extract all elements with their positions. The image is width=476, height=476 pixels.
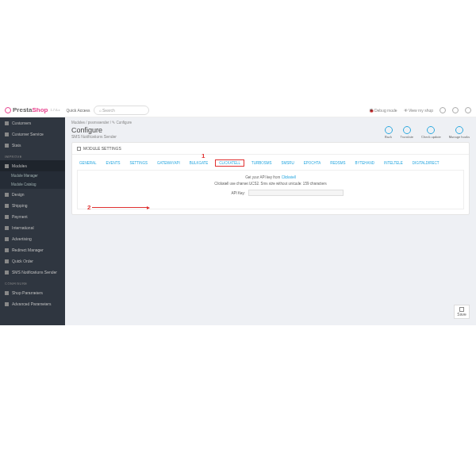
truck-icon — [5, 204, 9, 208]
refresh-icon — [427, 126, 435, 134]
panel-header: MODULE SETTINGS — [72, 143, 469, 155]
check-update-button[interactable]: Check update — [421, 126, 441, 139]
avatar[interactable] — [465, 107, 471, 113]
info-line-2: Clickatell use charset UCS2. Sms size wi… — [83, 182, 459, 186]
sliders-icon — [5, 302, 9, 306]
chart-icon — [5, 144, 9, 148]
info-line-1: Get your API key from Clickatell — [83, 175, 459, 179]
tab-redsms[interactable]: REDSMS — [328, 159, 347, 167]
tab-events[interactable]: EVENTS — [104, 159, 123, 167]
sidebar-item-modules[interactable]: Modules — [0, 160, 65, 171]
bell-icon[interactable] — [440, 107, 446, 113]
sidebar-item-shipping[interactable]: Shipping — [0, 200, 65, 211]
sidebar-item-stats[interactable]: Stats — [0, 140, 65, 151]
tab-inteltele[interactable]: INTELTELE — [382, 159, 405, 167]
annotation-1: 1 — [202, 152, 205, 159]
back-button[interactable]: Back — [385, 126, 393, 139]
sidebar-item-payment[interactable]: Payment — [0, 211, 65, 222]
logo: PrestaShop — [5, 106, 48, 113]
translate-icon — [403, 126, 411, 134]
card-icon — [5, 215, 9, 219]
tab-digitaldirect[interactable]: DIGITALDIRECT — [410, 159, 442, 167]
sidebar-item-redirect[interactable]: Redirect Manager — [0, 244, 65, 255]
api-key-input[interactable] — [248, 190, 344, 196]
bolt-icon — [5, 259, 9, 263]
sidebar-item-adv-params[interactable]: Advanced Parameters — [0, 298, 65, 309]
sidebar-item-quick-order[interactable]: Quick Order — [0, 255, 65, 267]
redirect-icon — [5, 248, 9, 252]
tab-bar: GENERALEVENTSSETTINGSGATEWAYAPIBULKGATEC… — [72, 155, 469, 167]
clickatell-link[interactable]: Clickatell — [282, 175, 296, 179]
tab-clickatell[interactable]: CLICKATELL — [215, 159, 244, 167]
quick-access[interactable]: Quick Access — [66, 108, 90, 113]
version: 1.7.6.x — [50, 108, 60, 112]
page-subtitle: SMS Notifications Sender — [71, 134, 117, 139]
gear-icon — [77, 147, 81, 151]
annotation-2: 2 — [87, 204, 90, 211]
tab-gatewayapi[interactable]: GATEWAYAPI — [155, 159, 182, 167]
sms-icon — [5, 271, 9, 274]
translate-button[interactable]: Translate — [401, 126, 414, 139]
view-shop[interactable]: 👁 View my shop — [404, 108, 433, 113]
anchor-icon — [455, 126, 463, 134]
tab-bulkgate[interactable]: BULKGATE — [187, 159, 211, 167]
sidebar-item-international[interactable]: International — [0, 222, 65, 233]
sidebar-heading-improve: IMPROVE — [0, 151, 65, 160]
back-icon — [385, 126, 393, 134]
annotation-arrow — [92, 207, 148, 208]
sidebar: Customers Customer Service Stats IMPROVE… — [0, 117, 65, 325]
save-button[interactable]: Save — [454, 305, 470, 319]
tab-settings[interactable]: SETTINGS — [128, 159, 151, 167]
sidebar-item-customer-service[interactable]: Customer Service — [0, 129, 65, 140]
page-title: Configure — [71, 126, 117, 134]
topbar-right: 🐞 Debug mode 👁 View my shop — [369, 107, 471, 113]
panel-body: Get your API key from Clickatell Clickat… — [77, 170, 464, 209]
tab-turbosms[interactable]: TURBOSMS — [249, 159, 274, 167]
logo-icon — [5, 107, 11, 113]
sidebar-sub-module-catalog[interactable]: Module Catalog — [0, 180, 65, 189]
settings-panel: MODULE SETTINGS GENERALEVENTSSETTINGSGAT… — [71, 142, 470, 215]
sidebar-item-design[interactable]: Design — [0, 189, 65, 200]
breadcrumb: Modules / pssmssender / ✎ Configure — [71, 121, 470, 125]
sidebar-item-shop-params[interactable]: Shop Parameters — [0, 287, 65, 298]
tab-general[interactable]: GENERAL — [77, 159, 99, 167]
header-actions: Back Translate Check update Manage hooks — [385, 126, 470, 139]
tab-smsru[interactable]: SMSRU — [279, 159, 297, 167]
topbar: PrestaShop 1.7.6.x Quick Access ⌕ Search… — [0, 103, 476, 117]
api-key-label: API Key: — [198, 191, 245, 195]
sidebar-item-advertising[interactable]: Advertising — [0, 233, 65, 244]
tab-bytehand[interactable]: BYTEHAND — [352, 159, 377, 167]
search-icon: ⌕ — [99, 108, 102, 113]
sidebar-item-sms[interactable]: SMS Notifications Sender — [0, 267, 65, 278]
person-icon — [5, 121, 9, 125]
headset-icon — [5, 132, 9, 136]
sidebar-item-customers[interactable]: Customers — [0, 117, 65, 129]
search-input[interactable]: ⌕ Search — [94, 106, 149, 115]
brush-icon — [5, 193, 9, 197]
gear-icon — [5, 291, 9, 295]
cart-icon[interactable] — [452, 107, 459, 113]
puzzle-icon — [5, 164, 9, 168]
manage-hooks-button[interactable]: Manage hooks — [449, 126, 470, 139]
main: Modules / pssmssender / ✎ Configure Conf… — [65, 117, 476, 325]
sidebar-heading-configure: CONFIGURE — [0, 278, 65, 287]
debug-mode[interactable]: 🐞 Debug mode — [369, 108, 397, 113]
tab-epochta[interactable]: EPOCHTA — [301, 159, 323, 167]
globe-icon — [5, 226, 9, 230]
megaphone-icon — [5, 237, 9, 241]
sidebar-sub-module-manager[interactable]: Module Manager — [0, 171, 65, 180]
